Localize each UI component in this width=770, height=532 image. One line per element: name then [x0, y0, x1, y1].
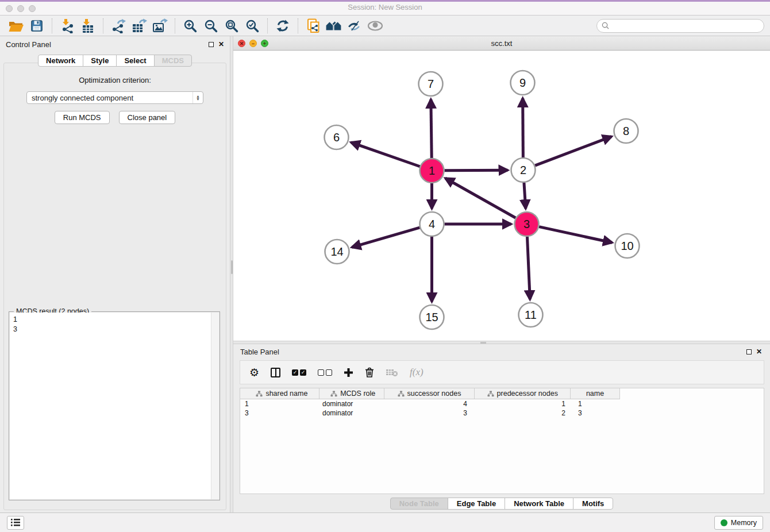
memory-button[interactable]: Memory: [714, 516, 763, 530]
refresh-icon[interactable]: [272, 17, 293, 34]
graph-edge-3-10[interactable]: [539, 227, 612, 243]
hide-details-icon[interactable]: [365, 17, 386, 34]
float-panel-icon[interactable]: [209, 42, 214, 47]
result-scrollbar[interactable]: [211, 313, 219, 499]
tree-icon: [487, 391, 494, 397]
memory-label: Memory: [731, 519, 757, 527]
cell-shared-name[interactable]: 1: [240, 400, 319, 408]
control-panel-tabs: Network Style Select MCDS: [0, 55, 230, 67]
column-header-shared-name[interactable]: shared name: [240, 388, 319, 399]
horizontal-splitter[interactable]: [233, 341, 770, 344]
duplicate-network-icon[interactable]: [303, 17, 324, 34]
zoom-selected-icon[interactable]: [242, 17, 263, 34]
zoom-in-icon[interactable]: [180, 17, 201, 34]
graph-node-label: 4: [429, 218, 435, 230]
splitter-handle[interactable]: [480, 342, 486, 344]
close-panel-icon[interactable]: ✕: [218, 41, 224, 48]
column-header-mcds-role[interactable]: MCDS role: [319, 388, 384, 399]
save-session-icon[interactable]: [26, 17, 47, 34]
criterion-dropdown[interactable]: strongly connected component ▲▼: [26, 91, 203, 104]
import-network-icon[interactable]: [57, 17, 78, 34]
maximize-network-icon[interactable]: +: [261, 40, 268, 47]
tree-icon: [256, 391, 263, 397]
graph-edge-2-3[interactable]: [524, 183, 526, 209]
select-all-icon[interactable]: ✓✓: [292, 369, 306, 376]
add-icon[interactable]: [344, 368, 353, 377]
graph-edge-3-1[interactable]: [445, 178, 515, 218]
gear-icon[interactable]: ⚙: [249, 367, 259, 378]
task-history-button[interactable]: [7, 516, 24, 530]
table-row[interactable]: 1 dominator 4 1 1: [240, 399, 764, 408]
cell-successor-nodes[interactable]: 3: [384, 409, 475, 417]
delete-table-icon[interactable]: [386, 368, 398, 377]
graph-edge-1-6[interactable]: [351, 142, 420, 167]
minimize-window-icon[interactable]: [17, 5, 24, 12]
import-table-icon[interactable]: [78, 17, 98, 34]
cell-mcds-role[interactable]: dominator: [319, 409, 384, 417]
graph-edge-3-11[interactable]: [527, 237, 530, 299]
network-graph[interactable]: 1234678910111415: [233, 51, 770, 341]
cell-name[interactable]: 1: [571, 400, 620, 408]
function-builder-icon[interactable]: f(x): [410, 367, 424, 378]
tab-network[interactable]: Network: [38, 55, 83, 67]
cell-mcds-role[interactable]: dominator: [319, 400, 384, 408]
window-controls[interactable]: [6, 5, 36, 12]
tab-style[interactable]: Style: [83, 55, 117, 67]
cell-predecessor-nodes[interactable]: 1: [475, 400, 571, 408]
column-header-name[interactable]: name: [571, 388, 619, 399]
tab-motifs[interactable]: Motifs: [573, 498, 613, 510]
float-panel-icon[interactable]: [746, 349, 752, 354]
table-row[interactable]: 3 dominator 3 2 3: [240, 408, 764, 418]
graph-edge-1-7[interactable]: [431, 99, 432, 158]
export-network-icon[interactable]: [108, 17, 129, 34]
minimize-network-icon[interactable]: −: [249, 40, 257, 47]
main-area: Control Panel ✕ Network Style Select MCD…: [0, 36, 770, 512]
toolbar-separator: [52, 18, 52, 33]
export-table-icon[interactable]: [129, 17, 149, 34]
graph-edge-1-2[interactable]: [444, 170, 507, 171]
close-network-icon[interactable]: ✕: [238, 40, 245, 47]
table-toolbar: ⚙ ✓✓ f(x): [240, 360, 764, 384]
graph-node-label: 3: [523, 218, 530, 230]
search-input[interactable]: [612, 22, 759, 30]
close-window-icon[interactable]: [6, 5, 13, 12]
close-panel-button[interactable]: Close panel: [119, 111, 176, 124]
control-panel-header: Control Panel ✕: [0, 36, 230, 52]
graph-edge-2-8[interactable]: [535, 137, 611, 166]
cell-successor-nodes[interactable]: 4: [384, 400, 475, 408]
memory-status-icon: [721, 519, 727, 526]
toolbar-separator: [298, 18, 298, 33]
zoom-window-icon[interactable]: [29, 5, 36, 12]
tab-network-table[interactable]: Network Table: [505, 498, 573, 510]
cell-name[interactable]: 3: [571, 409, 620, 417]
network-window-titlebar[interactable]: ✕ − + scc.txt: [233, 36, 770, 51]
column-header-successor-nodes[interactable]: successor nodes: [384, 388, 475, 399]
split-view-icon[interactable]: [271, 368, 280, 377]
tree-icon: [398, 391, 405, 397]
node-table[interactable]: shared name MCDS role successor nodes pr…: [240, 388, 764, 494]
tab-node-table[interactable]: Node Table: [390, 498, 448, 510]
first-neighbors-icon[interactable]: [324, 17, 344, 34]
zoom-fit-icon[interactable]: [221, 17, 242, 34]
graph-edge-4-14[interactable]: [352, 228, 419, 247]
search-field[interactable]: [596, 19, 764, 33]
deselect-all-icon[interactable]: [318, 369, 332, 376]
open-session-icon[interactable]: [6, 17, 26, 34]
run-mcds-button[interactable]: Run MCDS: [55, 111, 110, 124]
network-canvas[interactable]: 1234678910111415: [233, 51, 770, 341]
show-hide-style-icon[interactable]: [344, 17, 365, 34]
delete-icon[interactable]: [365, 367, 374, 377]
cell-predecessor-nodes[interactable]: 2: [475, 409, 571, 417]
graph-node-label: 1: [429, 164, 435, 177]
export-image-icon[interactable]: [149, 17, 170, 34]
close-panel-icon[interactable]: ✕: [756, 348, 762, 355]
tab-select[interactable]: Select: [116, 55, 154, 67]
graph-edge-2-9[interactable]: [523, 98, 523, 157]
tab-edge-table[interactable]: Edge Table: [448, 498, 505, 510]
search-icon: [602, 22, 609, 29]
column-header-predecessor-nodes[interactable]: predecessor nodes: [475, 388, 571, 399]
tab-mcds[interactable]: MCDS: [154, 55, 192, 67]
cell-shared-name[interactable]: 3: [240, 409, 319, 417]
splitter-handle[interactable]: [231, 260, 233, 274]
zoom-out-icon[interactable]: [201, 17, 221, 34]
